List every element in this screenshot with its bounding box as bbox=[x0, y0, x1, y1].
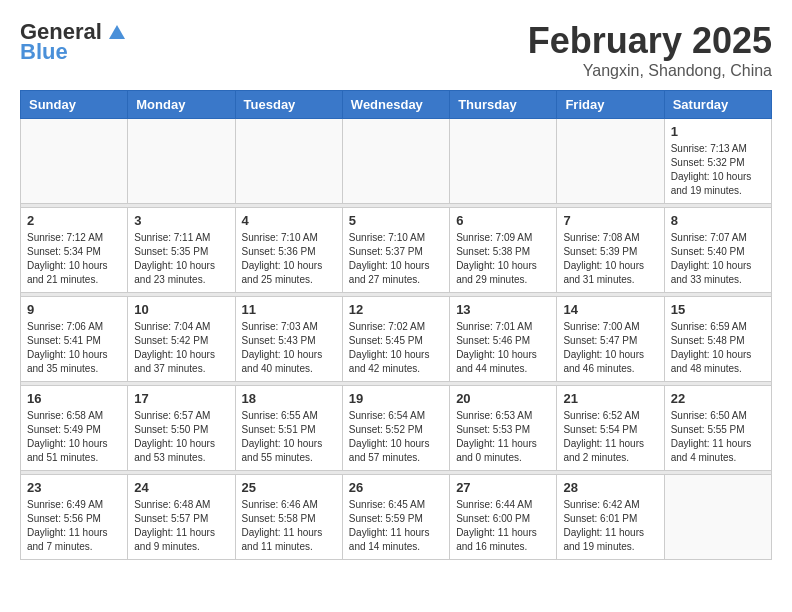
day-info: Sunrise: 6:45 AM Sunset: 5:59 PM Dayligh… bbox=[349, 498, 443, 554]
logo: General Blue bbox=[20, 20, 125, 64]
header: General Blue February 2025 Yangxin, Shan… bbox=[20, 20, 772, 80]
day-number: 26 bbox=[349, 480, 443, 495]
calendar-cell: 28Sunrise: 6:42 AM Sunset: 6:01 PM Dayli… bbox=[557, 475, 664, 560]
title-area: February 2025 Yangxin, Shandong, China bbox=[528, 20, 772, 80]
calendar-cell: 27Sunrise: 6:44 AM Sunset: 6:00 PM Dayli… bbox=[450, 475, 557, 560]
day-info: Sunrise: 6:55 AM Sunset: 5:51 PM Dayligh… bbox=[242, 409, 336, 465]
day-info: Sunrise: 7:08 AM Sunset: 5:39 PM Dayligh… bbox=[563, 231, 657, 287]
day-number: 12 bbox=[349, 302, 443, 317]
day-number: 2 bbox=[27, 213, 121, 228]
calendar-cell: 15Sunrise: 6:59 AM Sunset: 5:48 PM Dayli… bbox=[664, 297, 771, 382]
calendar-cell bbox=[128, 119, 235, 204]
calendar-week-row: 23Sunrise: 6:49 AM Sunset: 5:56 PM Dayli… bbox=[21, 475, 772, 560]
day-info: Sunrise: 6:49 AM Sunset: 5:56 PM Dayligh… bbox=[27, 498, 121, 554]
calendar-cell: 17Sunrise: 6:57 AM Sunset: 5:50 PM Dayli… bbox=[128, 386, 235, 471]
weekday-header-friday: Friday bbox=[557, 91, 664, 119]
day-info: Sunrise: 6:59 AM Sunset: 5:48 PM Dayligh… bbox=[671, 320, 765, 376]
day-info: Sunrise: 6:46 AM Sunset: 5:58 PM Dayligh… bbox=[242, 498, 336, 554]
calendar-cell bbox=[235, 119, 342, 204]
calendar-cell: 14Sunrise: 7:00 AM Sunset: 5:47 PM Dayli… bbox=[557, 297, 664, 382]
day-number: 6 bbox=[456, 213, 550, 228]
day-number: 23 bbox=[27, 480, 121, 495]
calendar-cell: 21Sunrise: 6:52 AM Sunset: 5:54 PM Dayli… bbox=[557, 386, 664, 471]
day-info: Sunrise: 7:12 AM Sunset: 5:34 PM Dayligh… bbox=[27, 231, 121, 287]
day-number: 7 bbox=[563, 213, 657, 228]
calendar-cell: 6Sunrise: 7:09 AM Sunset: 5:38 PM Daylig… bbox=[450, 208, 557, 293]
day-info: Sunrise: 7:07 AM Sunset: 5:40 PM Dayligh… bbox=[671, 231, 765, 287]
calendar-cell: 2Sunrise: 7:12 AM Sunset: 5:34 PM Daylig… bbox=[21, 208, 128, 293]
day-number: 8 bbox=[671, 213, 765, 228]
day-info: Sunrise: 7:09 AM Sunset: 5:38 PM Dayligh… bbox=[456, 231, 550, 287]
weekday-header-row: SundayMondayTuesdayWednesdayThursdayFrid… bbox=[21, 91, 772, 119]
calendar-cell: 19Sunrise: 6:54 AM Sunset: 5:52 PM Dayli… bbox=[342, 386, 449, 471]
calendar-cell: 4Sunrise: 7:10 AM Sunset: 5:36 PM Daylig… bbox=[235, 208, 342, 293]
weekday-header-sunday: Sunday bbox=[21, 91, 128, 119]
calendar-week-row: 1Sunrise: 7:13 AM Sunset: 5:32 PM Daylig… bbox=[21, 119, 772, 204]
day-number: 25 bbox=[242, 480, 336, 495]
day-info: Sunrise: 6:44 AM Sunset: 6:00 PM Dayligh… bbox=[456, 498, 550, 554]
day-number: 5 bbox=[349, 213, 443, 228]
calendar-cell: 7Sunrise: 7:08 AM Sunset: 5:39 PM Daylig… bbox=[557, 208, 664, 293]
day-number: 27 bbox=[456, 480, 550, 495]
svg-marker-0 bbox=[109, 25, 125, 39]
day-number: 18 bbox=[242, 391, 336, 406]
day-number: 10 bbox=[134, 302, 228, 317]
weekday-header-tuesday: Tuesday bbox=[235, 91, 342, 119]
calendar-week-row: 2Sunrise: 7:12 AM Sunset: 5:34 PM Daylig… bbox=[21, 208, 772, 293]
calendar-cell: 8Sunrise: 7:07 AM Sunset: 5:40 PM Daylig… bbox=[664, 208, 771, 293]
day-info: Sunrise: 6:50 AM Sunset: 5:55 PM Dayligh… bbox=[671, 409, 765, 465]
calendar-cell: 25Sunrise: 6:46 AM Sunset: 5:58 PM Dayli… bbox=[235, 475, 342, 560]
day-number: 13 bbox=[456, 302, 550, 317]
day-number: 28 bbox=[563, 480, 657, 495]
calendar-cell bbox=[342, 119, 449, 204]
calendar: SundayMondayTuesdayWednesdayThursdayFrid… bbox=[20, 90, 772, 560]
day-info: Sunrise: 7:11 AM Sunset: 5:35 PM Dayligh… bbox=[134, 231, 228, 287]
calendar-cell: 3Sunrise: 7:11 AM Sunset: 5:35 PM Daylig… bbox=[128, 208, 235, 293]
calendar-cell: 23Sunrise: 6:49 AM Sunset: 5:56 PM Dayli… bbox=[21, 475, 128, 560]
day-number: 15 bbox=[671, 302, 765, 317]
logo-bird-icon bbox=[105, 21, 125, 41]
calendar-cell: 10Sunrise: 7:04 AM Sunset: 5:42 PM Dayli… bbox=[128, 297, 235, 382]
calendar-cell: 11Sunrise: 7:03 AM Sunset: 5:43 PM Dayli… bbox=[235, 297, 342, 382]
calendar-cell: 5Sunrise: 7:10 AM Sunset: 5:37 PM Daylig… bbox=[342, 208, 449, 293]
calendar-cell: 24Sunrise: 6:48 AM Sunset: 5:57 PM Dayli… bbox=[128, 475, 235, 560]
calendar-week-row: 9Sunrise: 7:06 AM Sunset: 5:41 PM Daylig… bbox=[21, 297, 772, 382]
day-info: Sunrise: 6:54 AM Sunset: 5:52 PM Dayligh… bbox=[349, 409, 443, 465]
calendar-cell: 20Sunrise: 6:53 AM Sunset: 5:53 PM Dayli… bbox=[450, 386, 557, 471]
day-info: Sunrise: 6:48 AM Sunset: 5:57 PM Dayligh… bbox=[134, 498, 228, 554]
day-number: 1 bbox=[671, 124, 765, 139]
logo-text-line2: Blue bbox=[20, 40, 68, 64]
day-info: Sunrise: 6:53 AM Sunset: 5:53 PM Dayligh… bbox=[456, 409, 550, 465]
calendar-cell bbox=[557, 119, 664, 204]
day-number: 19 bbox=[349, 391, 443, 406]
day-number: 11 bbox=[242, 302, 336, 317]
weekday-header-wednesday: Wednesday bbox=[342, 91, 449, 119]
day-info: Sunrise: 7:04 AM Sunset: 5:42 PM Dayligh… bbox=[134, 320, 228, 376]
day-number: 21 bbox=[563, 391, 657, 406]
calendar-cell: 26Sunrise: 6:45 AM Sunset: 5:59 PM Dayli… bbox=[342, 475, 449, 560]
day-info: Sunrise: 6:42 AM Sunset: 6:01 PM Dayligh… bbox=[563, 498, 657, 554]
calendar-cell: 22Sunrise: 6:50 AM Sunset: 5:55 PM Dayli… bbox=[664, 386, 771, 471]
day-number: 9 bbox=[27, 302, 121, 317]
calendar-cell: 12Sunrise: 7:02 AM Sunset: 5:45 PM Dayli… bbox=[342, 297, 449, 382]
day-number: 14 bbox=[563, 302, 657, 317]
calendar-cell bbox=[21, 119, 128, 204]
day-info: Sunrise: 6:58 AM Sunset: 5:49 PM Dayligh… bbox=[27, 409, 121, 465]
day-info: Sunrise: 7:13 AM Sunset: 5:32 PM Dayligh… bbox=[671, 142, 765, 198]
day-number: 16 bbox=[27, 391, 121, 406]
day-number: 4 bbox=[242, 213, 336, 228]
day-info: Sunrise: 7:10 AM Sunset: 5:37 PM Dayligh… bbox=[349, 231, 443, 287]
calendar-cell: 16Sunrise: 6:58 AM Sunset: 5:49 PM Dayli… bbox=[21, 386, 128, 471]
day-number: 17 bbox=[134, 391, 228, 406]
day-number: 24 bbox=[134, 480, 228, 495]
day-info: Sunrise: 7:03 AM Sunset: 5:43 PM Dayligh… bbox=[242, 320, 336, 376]
day-info: Sunrise: 7:00 AM Sunset: 5:47 PM Dayligh… bbox=[563, 320, 657, 376]
day-info: Sunrise: 7:10 AM Sunset: 5:36 PM Dayligh… bbox=[242, 231, 336, 287]
day-info: Sunrise: 7:02 AM Sunset: 5:45 PM Dayligh… bbox=[349, 320, 443, 376]
weekday-header-thursday: Thursday bbox=[450, 91, 557, 119]
day-info: Sunrise: 7:01 AM Sunset: 5:46 PM Dayligh… bbox=[456, 320, 550, 376]
location-title: Yangxin, Shandong, China bbox=[528, 62, 772, 80]
calendar-cell: 9Sunrise: 7:06 AM Sunset: 5:41 PM Daylig… bbox=[21, 297, 128, 382]
day-info: Sunrise: 6:52 AM Sunset: 5:54 PM Dayligh… bbox=[563, 409, 657, 465]
day-number: 3 bbox=[134, 213, 228, 228]
